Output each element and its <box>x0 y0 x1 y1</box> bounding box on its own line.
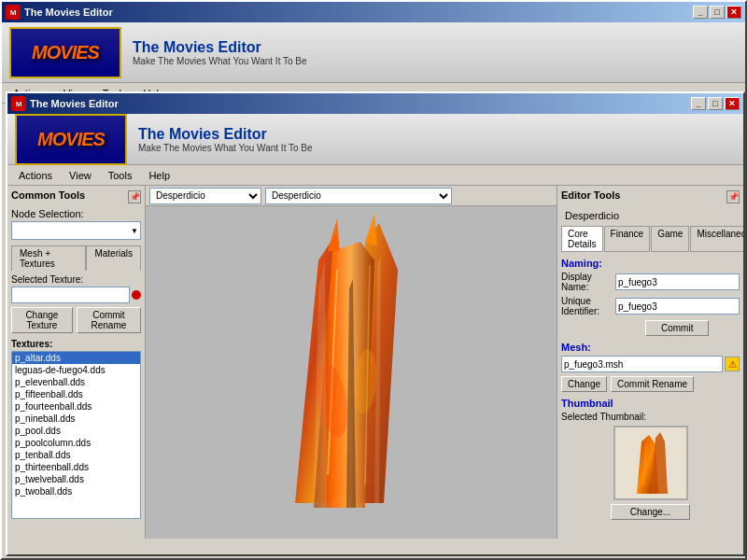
outer-title-controls: _ □ ✕ <box>693 6 741 19</box>
main-content: Common Tools 📌 Node Selection: ▼ Mesh + … <box>7 186 743 539</box>
viewport-toolbar: Desperdicio Desperdicio <box>146 186 557 206</box>
inner-minimize-btn[interactable]: _ <box>691 97 706 110</box>
viewport-dropdown1[interactable]: Desperdicio <box>149 188 261 204</box>
inner-menu-tools[interactable]: Tools <box>101 168 140 183</box>
outer-logo: MOVIES <box>9 27 121 78</box>
svg-marker-10 <box>328 218 340 251</box>
change-thumbnail-btn[interactable]: Change... <box>611 504 690 520</box>
right-panel-title: Editor Tools <box>561 189 620 201</box>
display-name-label: Display Name: <box>561 272 612 292</box>
mesh-input[interactable] <box>561 356 723 372</box>
mesh-row: ⚠ <box>561 356 740 372</box>
unique-id-label: Unique Identifier: <box>561 296 612 316</box>
flame-object <box>220 214 482 512</box>
thumbnail-svg <box>623 430 679 496</box>
naming-commit-btn[interactable]: Commit <box>645 320 709 336</box>
texture-error-dot <box>132 290 141 300</box>
tab-mesh-textures[interactable]: Mesh + Textures <box>11 245 86 271</box>
mesh-buttons: Change Commit Rename <box>561 376 740 392</box>
mesh-commit-rename-btn[interactable]: Commit Rename <box>611 376 694 392</box>
texture-item[interactable]: p_tenball.dds <box>12 449 140 461</box>
outer-close-btn[interactable]: ✕ <box>726 6 741 19</box>
app-icon: M <box>6 5 21 20</box>
texture-item[interactable]: p_fifteenball.dds <box>12 388 140 400</box>
inner-app-icon: M <box>11 96 26 111</box>
texture-item[interactable]: leguas-de-fuego4.dds <box>12 364 140 376</box>
tab-miscellaneous[interactable]: Miscellaneous <box>690 226 743 252</box>
inner-title-bar: M The Movies Editor _ □ ✕ <box>7 93 743 114</box>
texture-item[interactable]: p_elevenball.dds <box>12 376 140 388</box>
node-selection-dropdown[interactable]: ▼ <box>11 221 141 240</box>
mesh-section-header: Mesh: <box>561 342 740 353</box>
outer-maximize-btn[interactable]: □ <box>710 6 725 19</box>
outer-title-area: The Movies Editor Make The Movies What Y… <box>133 39 307 66</box>
outer-app-header: MOVIES The Movies Editor Make The Movies… <box>2 22 745 83</box>
left-panel-title: Common Tools <box>11 189 85 201</box>
texture-item[interactable]: p_thirteenball.dds <box>12 461 140 473</box>
node-selection-label: Node Selection: <box>11 208 141 219</box>
desperdicio-field: Desperdicio <box>561 208 740 223</box>
texture-item[interactable]: p_altar.dds <box>12 352 140 364</box>
inner-menu-bar: Actions View Tools Help <box>7 165 743 186</box>
inner-title-controls: _ □ ✕ <box>691 97 740 110</box>
inner-menu-actions[interactable]: Actions <box>11 168 60 183</box>
tab-core-details[interactable]: Core Details <box>561 226 603 252</box>
node-dropdown-arrow: ▼ <box>131 227 138 235</box>
center-viewport: Desperdicio Desperdicio <box>146 186 557 539</box>
texture-button-row: Change Texture Commit Rename <box>11 307 141 333</box>
mesh-warning-icon: ⚠ <box>725 357 740 371</box>
right-panel-title-bar: Editor Tools 📌 <box>561 189 740 204</box>
texture-item[interactable]: p_twoball.dds <box>12 485 140 497</box>
texture-item[interactable]: p_pool.dds <box>12 425 140 437</box>
outer-title-text: The Movies Editor <box>24 7 113 18</box>
inner-menu-view[interactable]: View <box>62 168 99 183</box>
inner-title-area: The Movies Editor Make The Movies What Y… <box>138 126 313 153</box>
viewport-dropdown2[interactable]: Desperdicio <box>265 188 452 204</box>
texture-list[interactable]: p_altar.ddsleguas-de-fuego4.ddsp_elevenb… <box>11 351 141 519</box>
outer-logo-text: MOVIES <box>32 42 99 63</box>
change-texture-btn[interactable]: Change Texture <box>11 307 73 333</box>
outer-title-bar: M The Movies Editor _ □ ✕ <box>2 2 745 22</box>
inner-logo: MOVIES <box>15 114 127 165</box>
inner-app-header: MOVIES The Movies Editor Make The Movies… <box>7 114 743 165</box>
left-tab-bar: Mesh + Textures Materials <box>11 245 141 271</box>
tab-materials[interactable]: Materials <box>86 245 141 271</box>
left-panel: Common Tools 📌 Node Selection: ▼ Mesh + … <box>7 186 146 539</box>
commit-rename-left-btn[interactable]: Commit Rename <box>77 307 141 333</box>
thumbnail-section-header: Thumbnail <box>561 398 740 409</box>
left-panel-pin[interactable]: 📌 <box>128 190 141 203</box>
display-name-input[interactable] <box>615 273 740 290</box>
outer-minimize-btn[interactable]: _ <box>693 6 708 19</box>
svg-marker-11 <box>365 214 377 246</box>
texture-item[interactable]: p_nineball.dds <box>12 413 140 425</box>
inner-app-subtitle: Make The Movies What You Want It To Be <box>138 143 313 153</box>
tab-game[interactable]: Game <box>651 226 689 252</box>
right-panel-pin[interactable]: 📌 <box>726 190 740 203</box>
texture-item[interactable]: p_fourteenball.dds <box>12 400 140 413</box>
inner-title-text: The Movies Editor <box>30 98 119 109</box>
textures-label: Textures: <box>11 339 141 349</box>
texture-item[interactable]: p_twelveball.dds <box>12 473 140 485</box>
naming-section-header: Naming: <box>561 258 740 269</box>
texture-name-input[interactable] <box>11 287 130 303</box>
inner-app-title: The Movies Editor <box>138 126 313 143</box>
outer-app-title: The Movies Editor <box>133 39 307 56</box>
left-panel-title-bar: Common Tools 📌 <box>11 189 141 204</box>
inner-close-btn[interactable]: ✕ <box>725 97 740 110</box>
flame-svg <box>220 214 482 512</box>
unique-id-input[interactable] <box>615 298 740 315</box>
selected-texture-label: Selected Texture: <box>11 274 141 285</box>
inner-window: M The Movies Editor _ □ ✕ MOVIES The Mov… <box>6 91 745 556</box>
outer-app-subtitle: Make The Movies What You Want It To Be <box>133 56 307 66</box>
inner-menu-help[interactable]: Help <box>141 168 177 183</box>
right-panel: Editor Tools 📌 Desperdicio Core Details … <box>557 186 743 539</box>
inner-maximize-btn[interactable]: □ <box>708 97 723 110</box>
tab-finance[interactable]: Finance <box>604 226 651 252</box>
outer-window: M The Movies Editor _ □ ✕ MOVIES The Mov… <box>0 0 747 560</box>
mesh-change-btn[interactable]: Change <box>561 376 607 392</box>
inner-logo-text: MOVIES <box>37 129 105 150</box>
texture-item[interactable]: p_poolcolumn.dds <box>12 437 140 449</box>
selected-thumbnail-label: Selected Thumbnail: <box>561 412 740 422</box>
thumbnail-preview <box>613 426 688 500</box>
unique-id-row: Unique Identifier: <box>561 296 740 316</box>
